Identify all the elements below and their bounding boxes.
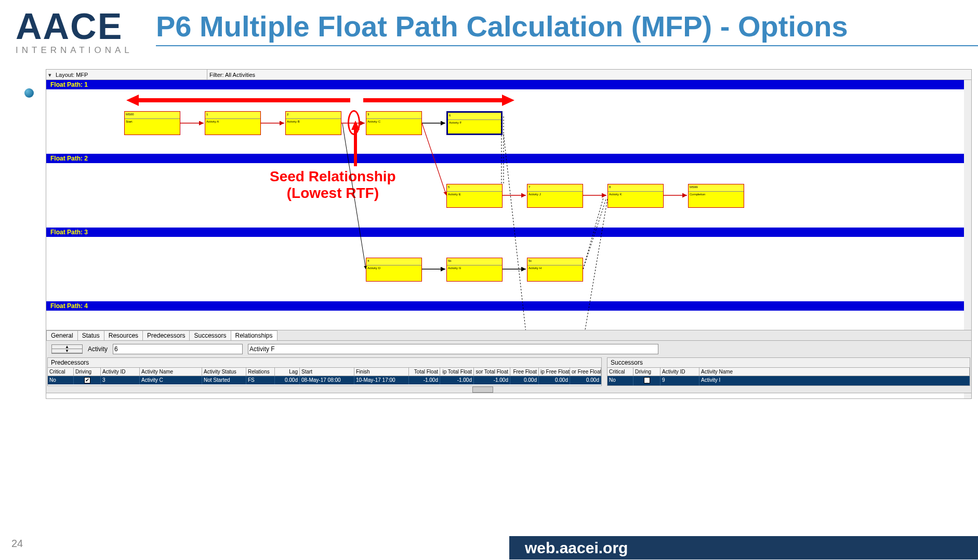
row-float-path-1: MS00 Start 1 Activity A 2 Activity B 3 A…	[46, 89, 964, 154]
driving-checkbox: ✔	[84, 377, 90, 383]
activity-box[interactable]: 8 Activity K	[607, 184, 664, 208]
predecessors-panel: Predecessors Critical Driving Activity I…	[47, 357, 602, 386]
activity-details-panel: General Status Resources Predecessors Su…	[46, 330, 972, 393]
band-float-path-3[interactable]: Float Path: 3	[46, 228, 964, 237]
tab-general[interactable]: General	[46, 330, 78, 340]
slide-footer: 24 web.aacei.org	[0, 531, 978, 560]
activity-box[interactable]: MS00 Start	[124, 111, 180, 135]
predecessors-header: Critical Driving Activity ID Activity Na…	[48, 368, 601, 376]
activity-id-field[interactable]	[113, 344, 243, 354]
filter-name[interactable]: Filter: All Activities	[207, 70, 971, 79]
activity-box[interactable]: MS99 Completion	[688, 184, 744, 208]
callout-arrow-head	[351, 121, 360, 130]
activity-box[interactable]: 3 Activity C	[366, 111, 422, 135]
successors-header: Critical Driving Activity ID Activity Na…	[607, 368, 970, 376]
title-rule	[156, 45, 978, 46]
activity-box[interactable]: 5 Activity E	[446, 184, 503, 208]
activity-box[interactable]: 5b Activity G	[446, 258, 503, 282]
driving-checkbox	[644, 377, 650, 383]
predecessor-row[interactable]: No ✔ 3 Activity C Not Started FS 0.00d 0…	[48, 376, 601, 384]
span-arrow-left	[135, 96, 350, 105]
tab-relationships[interactable]: Relationships	[231, 330, 277, 340]
tab-predecessors[interactable]: Predecessors	[142, 330, 190, 340]
activity-label: Activity	[88, 345, 108, 353]
band-float-path-2[interactable]: Float Path: 2	[46, 154, 964, 163]
predecessors-title: Predecessors	[48, 358, 601, 368]
nav-stepper[interactable]: ▲▼	[51, 344, 83, 354]
successor-row[interactable]: No 9 Activity I	[607, 376, 970, 385]
page-title: P6 Multiple Float Path Calculation (MFP)…	[156, 9, 978, 43]
page-number: 24	[11, 538, 23, 550]
span-arrow-right	[363, 96, 506, 105]
seed-relationship-callout: Seed Relationship (Lowest RTF)	[270, 168, 396, 202]
activity-box-selected[interactable]: 6 Activity F	[446, 111, 503, 135]
activity-box[interactable]: 1 Activity A	[205, 111, 261, 135]
links-row2	[46, 163, 964, 228]
footer-url: web.aacei.org	[509, 536, 978, 559]
layout-name[interactable]: Layout: MFP	[54, 70, 207, 79]
detail-tabs: General Status Resources Predecessors Su…	[46, 330, 971, 341]
activity-name-field[interactable]	[248, 344, 658, 354]
tab-resources[interactable]: Resources	[104, 330, 143, 340]
row-float-path-3: 4 Activity D 5b Activity G 5c Activity H	[46, 237, 964, 301]
layout-dropdown-caret[interactable]: ▾	[46, 70, 54, 79]
globe-icon	[24, 88, 34, 98]
activity-box[interactable]: 2 Activity B	[285, 111, 341, 135]
band-float-path-4[interactable]: Float Path: 4	[46, 301, 964, 311]
activity-box[interactable]: 5c Activity H	[527, 258, 583, 282]
brand-logo: AACE INTERNATIONAL	[16, 10, 151, 56]
row-float-path-2: Seed Relationship (Lowest RTF) 5 Activit…	[46, 163, 964, 228]
tab-successors[interactable]: Successors	[189, 330, 231, 340]
horizontal-scroll-handle[interactable]	[472, 386, 493, 393]
activity-box[interactable]: 4 Activity D	[366, 258, 422, 282]
band-float-path-1[interactable]: Float Path: 1	[46, 80, 964, 89]
tab-status[interactable]: Status	[77, 330, 104, 340]
links-row3	[46, 237, 964, 301]
successors-panel: Successors Critical Driving Activity ID …	[607, 357, 970, 386]
logo-text: AACE	[16, 10, 151, 43]
activity-box[interactable]: 7 Activity J	[527, 184, 583, 208]
successors-title: Successors	[607, 358, 970, 368]
logo-subtitle: INTERNATIONAL	[16, 45, 151, 56]
